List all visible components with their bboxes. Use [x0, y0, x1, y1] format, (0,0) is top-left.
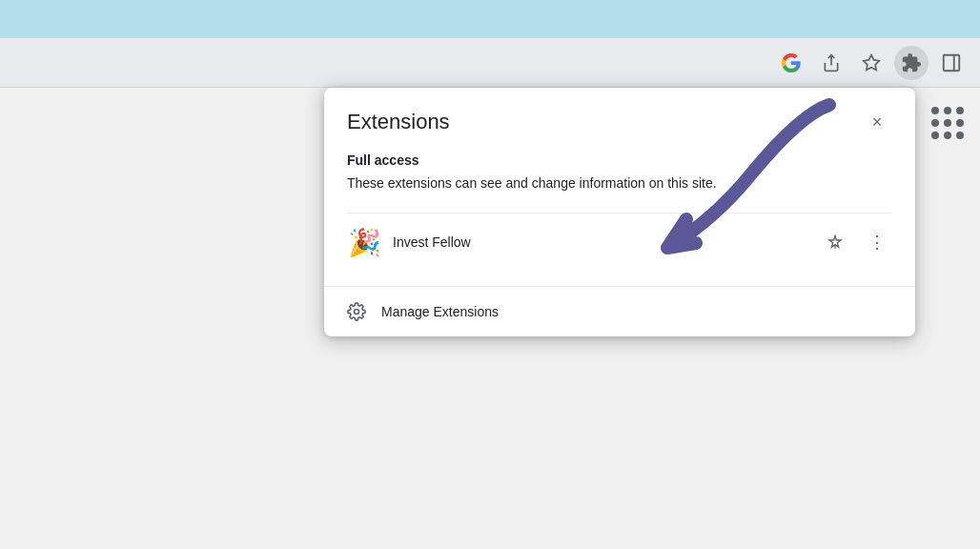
manage-extensions-row[interactable]: Manage Extensions — [324, 286, 915, 336]
dot — [956, 132, 964, 139]
sidebar-icon — [941, 52, 962, 73]
popup-header: Extensions × — [324, 88, 915, 152]
bookmark-button[interactable] — [854, 46, 888, 80]
svg-point-4 — [355, 310, 359, 315]
puzzle-icon — [901, 52, 922, 73]
google-search-button[interactable] — [774, 46, 808, 80]
more-options-button[interactable]: ⋮ — [862, 227, 892, 257]
pin-button[interactable] — [820, 227, 850, 257]
close-button[interactable]: × — [862, 107, 892, 137]
dot — [944, 107, 951, 114]
full-access-heading: Full access — [347, 152, 892, 168]
star-icon — [862, 53, 881, 72]
svg-rect-1 — [944, 54, 960, 71]
dot — [931, 107, 939, 114]
manage-extensions-label: Manage Extensions — [381, 304, 499, 319]
dots-grid — [931, 107, 964, 139]
extension-item-invest-fellow: 🎉 Invest Fellow ⋮ — [347, 213, 892, 271]
page-content: Extensions × Full access These extension… — [0, 88, 980, 549]
browser-toolbar — [0, 38, 980, 88]
dot — [931, 132, 939, 139]
extension-icon: 🎉 — [347, 225, 381, 259]
popup-title: Extensions — [347, 110, 450, 134]
share-icon — [822, 53, 841, 72]
dot — [944, 132, 951, 139]
gear-icon — [347, 302, 366, 321]
browser-top-bar — [0, 0, 980, 38]
dot — [956, 119, 964, 127]
extensions-popup: Extensions × Full access These extension… — [324, 88, 915, 336]
popup-body: Full access These extensions can see and… — [324, 152, 915, 286]
pin-icon — [827, 234, 843, 250]
right-panel — [915, 88, 980, 549]
google-g-icon — [781, 52, 802, 73]
svg-marker-0 — [864, 54, 880, 70]
sidebar-button[interactable] — [934, 46, 969, 80]
dot — [956, 107, 964, 114]
extension-name: Invest Fellow — [393, 234, 808, 250]
share-button[interactable] — [814, 46, 848, 80]
dot — [944, 119, 951, 127]
dot — [931, 119, 939, 127]
full-access-desc: These extensions can see and change info… — [347, 173, 892, 193]
extensions-button[interactable] — [894, 46, 929, 80]
